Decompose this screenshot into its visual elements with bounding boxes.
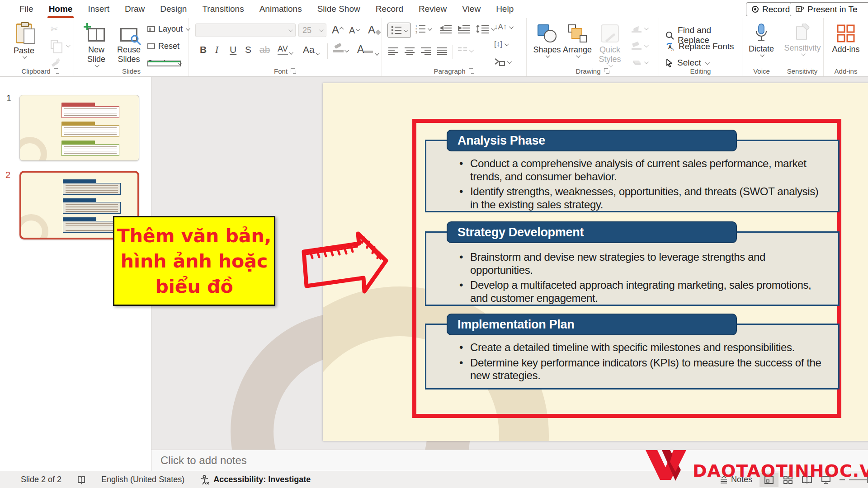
change-case-button[interactable]: Aa <box>303 44 319 55</box>
shapes-button[interactable]: Shapes <box>533 24 561 58</box>
section-header[interactable]: Strategy Development <box>447 221 737 243</box>
reuse-slides-button[interactable]: Reuse Slides <box>114 24 144 64</box>
group-editing: Find and Replace AA Replace Fonts Select… <box>659 18 742 76</box>
powerpoint-window: File Home Insert Draw Design Transitions… <box>0 0 868 488</box>
shape-outline-button[interactable] <box>632 42 647 50</box>
new-slide-button[interactable]: New Slide <box>81 24 111 67</box>
cut-button[interactable]: ✂ <box>51 23 58 34</box>
reset-icon <box>147 43 155 49</box>
quick-styles-icon <box>601 24 619 42</box>
tab-record[interactable]: Record <box>368 0 411 18</box>
align-center-button[interactable] <box>405 47 415 55</box>
font-dialog-launcher[interactable] <box>291 68 297 74</box>
character-spacing-button[interactable]: AV <box>278 44 292 55</box>
copy-button[interactable] <box>51 40 58 49</box>
drawing-dialog-launcher[interactable] <box>604 68 610 74</box>
menu-bar: File Home Insert Draw Design Transitions… <box>0 0 868 18</box>
font-name-combo[interactable] <box>195 23 296 37</box>
clear-formatting-button[interactable]: A <box>368 23 380 36</box>
clipboard-dialog-launcher[interactable] <box>54 68 60 74</box>
zoom-slider[interactable] <box>849 479 868 480</box>
section-analysis-phase[interactable]: Analysis Phase Conduct a comprehensive a… <box>416 130 837 220</box>
notes-pane[interactable]: Click to add notes <box>151 450 868 471</box>
tab-transitions[interactable]: Transitions <box>194 0 251 18</box>
sensitivity-button[interactable]: Sensitivity <box>784 23 821 56</box>
tab-review[interactable]: Review <box>411 0 454 18</box>
italic-button[interactable]: I <box>215 44 218 56</box>
strikethrough-button[interactable]: ab <box>259 44 270 55</box>
slide-canvas[interactable]: Analysis Phase Conduct a comprehensive a… <box>323 83 868 441</box>
tab-insert[interactable]: Insert <box>80 0 117 18</box>
tab-view[interactable]: View <box>454 0 488 18</box>
layout-icon <box>147 26 155 32</box>
highlight-color-button[interactable] <box>333 44 348 52</box>
bullets-button[interactable] <box>387 23 411 38</box>
slide-1-thumbnail[interactable] <box>19 95 139 161</box>
tab-help[interactable]: Help <box>488 0 521 18</box>
font-size-combo[interactable]: 25 <box>298 23 326 37</box>
align-left-button[interactable] <box>388 47 398 55</box>
group-font: 25 A A A B I U S ab AV Aa A Font <box>189 18 382 76</box>
normal-view-button[interactable] <box>760 473 778 487</box>
grow-font-button[interactable]: A <box>332 23 343 36</box>
shadow-button[interactable]: S <box>245 44 251 55</box>
section-header[interactable]: Implementation Plan <box>447 314 737 335</box>
decrease-indent-button[interactable] <box>440 24 452 33</box>
accessibility-checker[interactable]: Accessibility: Investigate <box>200 475 311 485</box>
thumb-ring-decoration <box>19 214 48 239</box>
align-left-icon <box>388 47 398 55</box>
slide-sorter-view-button[interactable] <box>778 473 797 487</box>
group-voice: Dictate Voice <box>742 18 781 76</box>
section-button[interactable]: Section <box>147 59 181 68</box>
tab-draw[interactable]: Draw <box>117 0 152 18</box>
present-in-teams-button[interactable]: T Present in Te <box>790 2 868 16</box>
tab-home[interactable]: Home <box>41 0 80 18</box>
replace-fonts-button[interactable]: AA Replace Fonts <box>665 42 734 52</box>
section-strategy-development[interactable]: Strategy Development Brainstorm and devi… <box>416 221 837 314</box>
numbering-button[interactable]: 123 <box>415 24 431 33</box>
shape-fill-icon <box>632 24 642 33</box>
underline-button[interactable]: U <box>230 44 236 55</box>
group-drawing: Shapes Arrange Quick Styles <box>527 18 659 76</box>
slide-1-number: 1 <box>6 93 11 103</box>
section-implementation-plan[interactable]: Implementation Plan Create a detailed ti… <box>416 314 837 397</box>
paste-button[interactable]: Paste <box>14 23 34 59</box>
paragraph-dialog-launcher[interactable] <box>469 68 475 74</box>
convert-smartart-button[interactable] <box>494 58 510 66</box>
arrange-button[interactable]: Arrange <box>563 24 592 58</box>
layout-button[interactable]: Layout <box>147 24 189 34</box>
format-painter-button[interactable] <box>51 58 60 67</box>
notes-toggle-button[interactable]: Notes <box>720 475 752 484</box>
zoom-out-button[interactable] <box>835 473 849 487</box>
spellcheck-button[interactable] <box>77 475 86 484</box>
drawing-group-label: Drawing <box>576 67 600 75</box>
reset-button[interactable]: Reset <box>147 42 179 51</box>
tab-file[interactable]: File <box>12 0 41 18</box>
language-indicator[interactable]: English (United States) <box>101 475 184 484</box>
section-header[interactable]: Analysis Phase <box>447 130 737 151</box>
text-direction-button[interactable]: ↓A↑ <box>494 23 512 32</box>
tab-animations[interactable]: Animations <box>252 0 310 18</box>
record-button[interactable]: Record <box>746 2 796 16</box>
columns-button[interactable] <box>458 47 472 54</box>
line-spacing-button[interactable] <box>476 24 494 33</box>
tab-slide-show[interactable]: Slide Show <box>310 0 368 18</box>
dictate-button[interactable]: Dictate <box>747 23 776 57</box>
justify-button[interactable] <box>437 47 447 55</box>
shrink-font-button[interactable]: A <box>349 25 359 36</box>
shape-fill-button[interactable] <box>632 24 647 33</box>
shape-effects-button[interactable] <box>632 59 647 66</box>
font-color-button[interactable]: A <box>357 43 378 56</box>
slide-indicator[interactable]: Slide 2 of 2 <box>21 475 61 484</box>
align-text-button[interactable]: [↕] <box>494 40 508 49</box>
select-button[interactable]: Select <box>665 58 708 68</box>
tab-design[interactable]: Design <box>152 0 194 18</box>
addins-button[interactable]: Add-ins <box>830 24 862 54</box>
quick-styles-button[interactable]: Quick Styles <box>594 24 625 67</box>
increase-indent-button[interactable] <box>458 24 470 33</box>
slideshow-view-button[interactable] <box>816 473 835 487</box>
reading-view-button[interactable] <box>797 473 816 487</box>
bold-button[interactable]: B <box>200 44 207 55</box>
copy-dropdown[interactable] <box>66 43 71 47</box>
align-right-button[interactable] <box>421 47 431 55</box>
